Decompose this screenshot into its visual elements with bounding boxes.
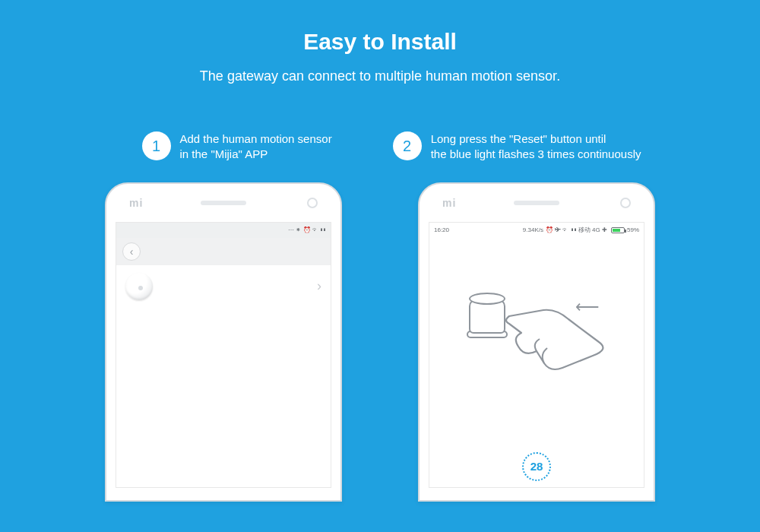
status-icons: ⏰ ✈ ᯤ ▮▮ 移动 4G ✚ [546, 226, 607, 234]
front-camera-icon [307, 198, 318, 208]
phone-side-button [654, 279, 655, 317]
step-1: 1 Add the human motion sensor in the "Mi… [142, 131, 332, 163]
mi-logo: mi [129, 197, 143, 209]
phone-1-screen: ⋯ ⁕ ⏰ ᯤ ▮▮ ‹ › [116, 222, 331, 488]
status-icons: ⋯ ⁕ ⏰ ᯤ ▮▮ [288, 226, 326, 233]
nav-bar: ‹ [116, 238, 331, 265]
phone-2-screen: 16:20 9.34K/s ⏰ ✈ ᯤ ▮▮ 移动 4G ✚ 59% [429, 222, 644, 488]
arrow-left-icon: ⟵ [575, 297, 600, 317]
step-2-line1: Long press the "Reset" button until [431, 132, 606, 145]
header: Easy to Install The gateway can connect … [0, 0, 760, 84]
motion-sensor-icon [125, 273, 153, 300]
status-bar: ⋯ ⁕ ⏰ ᯤ ▮▮ [116, 223, 331, 238]
countdown-timer: 28 [522, 452, 551, 481]
status-net-speed: 9.34K/s [523, 226, 543, 233]
front-camera-icon [620, 198, 631, 208]
mi-logo: mi [442, 197, 456, 209]
phone-side-button [340, 245, 342, 266]
phone-mockup-1: mi ⋯ ⁕ ⏰ ᯤ ▮▮ ‹ › [105, 182, 342, 502]
step-1-text: Add the human motion sensor in the "Miji… [180, 131, 332, 163]
phone-top-bezel: mi [106, 184, 340, 222]
battery-percent: 59% [627, 226, 639, 233]
reset-illustration: ⟵ [429, 238, 644, 428]
battery-icon [611, 227, 625, 233]
step-1-badge: 1 [142, 131, 171, 160]
page-subtitle: The gateway can connect to multiple huma… [0, 68, 760, 84]
step-2-badge: 2 [393, 131, 422, 160]
phone-side-button [654, 245, 655, 266]
status-time: 16:20 [434, 226, 449, 233]
speaker-slot [514, 201, 559, 205]
step-2-text: Long press the "Reset" button until the … [431, 131, 641, 163]
phone-mockup-2: mi 16:20 9.34K/s ⏰ ✈ ᯤ ▮▮ 移动 4G ✚ 59% [418, 182, 655, 502]
step-1-line1: Add the human motion sensor [180, 132, 332, 145]
step-2: 2 Long press the "Reset" button until th… [393, 131, 641, 163]
speaker-slot [201, 201, 246, 205]
phone-top-bezel: mi [420, 184, 654, 222]
step-1-line2: in the "Mijia" APP [180, 147, 268, 160]
step-2-line2: the blue light flashes 3 times continuou… [431, 147, 641, 160]
chevron-right-icon: › [317, 278, 321, 294]
device-list-item[interactable]: › [116, 265, 331, 308]
phone-side-button [340, 279, 342, 317]
back-button[interactable]: ‹ [122, 242, 141, 261]
steps-row: 1 Add the human motion sensor in the "Mi… [0, 131, 760, 163]
status-bar: 16:20 9.34K/s ⏰ ✈ ᯤ ▮▮ 移动 4G ✚ 59% [429, 223, 644, 238]
page-title: Easy to Install [0, 29, 760, 55]
chevron-left-icon: ‹ [130, 245, 134, 258]
phones-row: mi ⋯ ⁕ ⏰ ᯤ ▮▮ ‹ › mi [0, 182, 760, 502]
